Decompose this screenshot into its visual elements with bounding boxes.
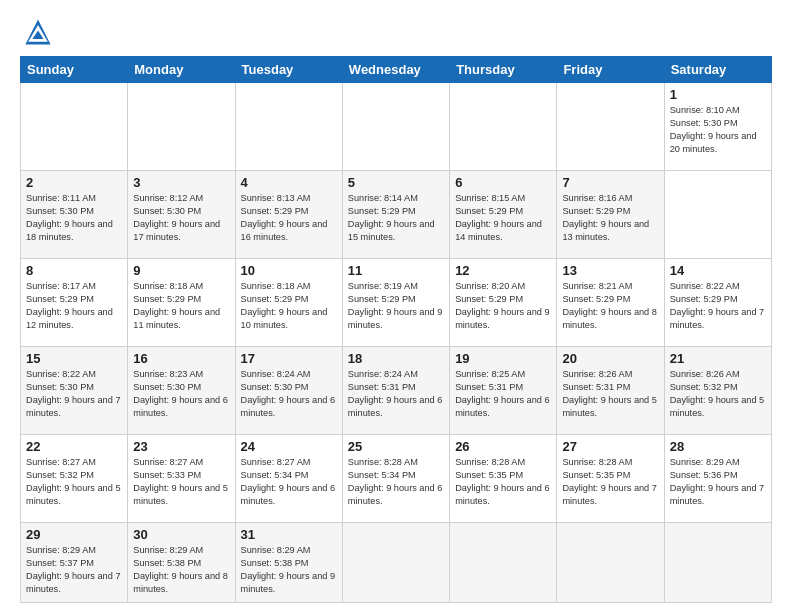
- day-info: Sunrise: 8:16 AMSunset: 5:29 PMDaylight:…: [562, 192, 658, 244]
- calendar-cell: [450, 83, 557, 171]
- calendar-cell: 15Sunrise: 8:22 AMSunset: 5:30 PMDayligh…: [21, 347, 128, 435]
- day-number: 2: [26, 175, 122, 190]
- weekday-header-monday: Monday: [128, 57, 235, 83]
- calendar-table: SundayMondayTuesdayWednesdayThursdayFrid…: [20, 56, 772, 603]
- day-info: Sunrise: 8:29 AMSunset: 5:38 PMDaylight:…: [133, 544, 229, 596]
- day-info: Sunrise: 8:26 AMSunset: 5:32 PMDaylight:…: [670, 368, 766, 420]
- day-number: 14: [670, 263, 766, 278]
- calendar-cell: 31Sunrise: 8:29 AMSunset: 5:38 PMDayligh…: [235, 523, 342, 603]
- day-number: 21: [670, 351, 766, 366]
- calendar-cell: 20Sunrise: 8:26 AMSunset: 5:31 PMDayligh…: [557, 347, 664, 435]
- weekday-header-saturday: Saturday: [664, 57, 771, 83]
- day-info: Sunrise: 8:24 AMSunset: 5:31 PMDaylight:…: [348, 368, 444, 420]
- calendar-cell: [235, 83, 342, 171]
- day-number: 25: [348, 439, 444, 454]
- calendar-week-row: 15Sunrise: 8:22 AMSunset: 5:30 PMDayligh…: [21, 347, 772, 435]
- day-info: Sunrise: 8:27 AMSunset: 5:33 PMDaylight:…: [133, 456, 229, 508]
- calendar-cell: 28Sunrise: 8:29 AMSunset: 5:36 PMDayligh…: [664, 435, 771, 523]
- logo-icon: [24, 18, 52, 46]
- day-number: 16: [133, 351, 229, 366]
- day-number: 30: [133, 527, 229, 542]
- calendar-cell: [342, 83, 449, 171]
- day-number: 19: [455, 351, 551, 366]
- calendar-cell: 19Sunrise: 8:25 AMSunset: 5:31 PMDayligh…: [450, 347, 557, 435]
- day-info: Sunrise: 8:11 AMSunset: 5:30 PMDaylight:…: [26, 192, 122, 244]
- calendar-cell: [557, 523, 664, 603]
- day-info: Sunrise: 8:13 AMSunset: 5:29 PMDaylight:…: [241, 192, 337, 244]
- day-info: Sunrise: 8:25 AMSunset: 5:31 PMDaylight:…: [455, 368, 551, 420]
- calendar-week-row: 2Sunrise: 8:11 AMSunset: 5:30 PMDaylight…: [21, 171, 772, 259]
- calendar-cell: [342, 523, 449, 603]
- calendar-cell: [557, 83, 664, 171]
- calendar-cell: [450, 523, 557, 603]
- day-number: 23: [133, 439, 229, 454]
- calendar-cell: 22Sunrise: 8:27 AMSunset: 5:32 PMDayligh…: [21, 435, 128, 523]
- day-number: 18: [348, 351, 444, 366]
- day-number: 20: [562, 351, 658, 366]
- day-number: 29: [26, 527, 122, 542]
- day-info: Sunrise: 8:27 AMSunset: 5:34 PMDaylight:…: [241, 456, 337, 508]
- calendar-cell: 12Sunrise: 8:20 AMSunset: 5:29 PMDayligh…: [450, 259, 557, 347]
- day-number: 10: [241, 263, 337, 278]
- calendar-week-row: 29Sunrise: 8:29 AMSunset: 5:37 PMDayligh…: [21, 523, 772, 603]
- calendar-cell: 21Sunrise: 8:26 AMSunset: 5:32 PMDayligh…: [664, 347, 771, 435]
- day-info: Sunrise: 8:26 AMSunset: 5:31 PMDaylight:…: [562, 368, 658, 420]
- page: SundayMondayTuesdayWednesdayThursdayFrid…: [0, 0, 792, 612]
- day-number: 8: [26, 263, 122, 278]
- calendar-week-row: 22Sunrise: 8:27 AMSunset: 5:32 PMDayligh…: [21, 435, 772, 523]
- day-number: 7: [562, 175, 658, 190]
- calendar-cell: 4Sunrise: 8:13 AMSunset: 5:29 PMDaylight…: [235, 171, 342, 259]
- day-info: Sunrise: 8:14 AMSunset: 5:29 PMDaylight:…: [348, 192, 444, 244]
- day-number: 5: [348, 175, 444, 190]
- day-number: 9: [133, 263, 229, 278]
- weekday-header-sunday: Sunday: [21, 57, 128, 83]
- day-number: 12: [455, 263, 551, 278]
- calendar-cell: 1Sunrise: 8:10 AMSunset: 5:30 PMDaylight…: [664, 83, 771, 171]
- calendar-cell: 17Sunrise: 8:24 AMSunset: 5:30 PMDayligh…: [235, 347, 342, 435]
- calendar-week-row: 1Sunrise: 8:10 AMSunset: 5:30 PMDaylight…: [21, 83, 772, 171]
- calendar-cell: 5Sunrise: 8:14 AMSunset: 5:29 PMDaylight…: [342, 171, 449, 259]
- calendar-cell: 27Sunrise: 8:28 AMSunset: 5:35 PMDayligh…: [557, 435, 664, 523]
- calendar-cell: 8Sunrise: 8:17 AMSunset: 5:29 PMDaylight…: [21, 259, 128, 347]
- weekday-header-tuesday: Tuesday: [235, 57, 342, 83]
- calendar-cell: 30Sunrise: 8:29 AMSunset: 5:38 PMDayligh…: [128, 523, 235, 603]
- calendar-cell: 9Sunrise: 8:18 AMSunset: 5:29 PMDaylight…: [128, 259, 235, 347]
- day-info: Sunrise: 8:28 AMSunset: 5:35 PMDaylight:…: [455, 456, 551, 508]
- header: [20, 18, 772, 46]
- day-info: Sunrise: 8:28 AMSunset: 5:34 PMDaylight:…: [348, 456, 444, 508]
- day-info: Sunrise: 8:29 AMSunset: 5:38 PMDaylight:…: [241, 544, 337, 596]
- logo-area: [20, 18, 52, 46]
- day-info: Sunrise: 8:18 AMSunset: 5:29 PMDaylight:…: [133, 280, 229, 332]
- calendar-cell: 26Sunrise: 8:28 AMSunset: 5:35 PMDayligh…: [450, 435, 557, 523]
- calendar-cell: 2Sunrise: 8:11 AMSunset: 5:30 PMDaylight…: [21, 171, 128, 259]
- calendar-cell: 14Sunrise: 8:22 AMSunset: 5:29 PMDayligh…: [664, 259, 771, 347]
- calendar-cell: 11Sunrise: 8:19 AMSunset: 5:29 PMDayligh…: [342, 259, 449, 347]
- calendar-cell: 25Sunrise: 8:28 AMSunset: 5:34 PMDayligh…: [342, 435, 449, 523]
- day-number: 13: [562, 263, 658, 278]
- weekday-header-friday: Friday: [557, 57, 664, 83]
- calendar-cell: 29Sunrise: 8:29 AMSunset: 5:37 PMDayligh…: [21, 523, 128, 603]
- day-info: Sunrise: 8:15 AMSunset: 5:29 PMDaylight:…: [455, 192, 551, 244]
- day-info: Sunrise: 8:20 AMSunset: 5:29 PMDaylight:…: [455, 280, 551, 332]
- calendar-cell: 23Sunrise: 8:27 AMSunset: 5:33 PMDayligh…: [128, 435, 235, 523]
- calendar-week-row: 8Sunrise: 8:17 AMSunset: 5:29 PMDaylight…: [21, 259, 772, 347]
- day-number: 28: [670, 439, 766, 454]
- day-number: 17: [241, 351, 337, 366]
- calendar-cell: 18Sunrise: 8:24 AMSunset: 5:31 PMDayligh…: [342, 347, 449, 435]
- day-info: Sunrise: 8:27 AMSunset: 5:32 PMDaylight:…: [26, 456, 122, 508]
- weekday-header-wednesday: Wednesday: [342, 57, 449, 83]
- calendar-cell: [128, 83, 235, 171]
- calendar-cell: 6Sunrise: 8:15 AMSunset: 5:29 PMDaylight…: [450, 171, 557, 259]
- day-number: 24: [241, 439, 337, 454]
- calendar-cell: [21, 83, 128, 171]
- day-info: Sunrise: 8:22 AMSunset: 5:29 PMDaylight:…: [670, 280, 766, 332]
- calendar-cell: 24Sunrise: 8:27 AMSunset: 5:34 PMDayligh…: [235, 435, 342, 523]
- day-info: Sunrise: 8:17 AMSunset: 5:29 PMDaylight:…: [26, 280, 122, 332]
- day-number: 11: [348, 263, 444, 278]
- day-info: Sunrise: 8:23 AMSunset: 5:30 PMDaylight:…: [133, 368, 229, 420]
- calendar-cell: 7Sunrise: 8:16 AMSunset: 5:29 PMDaylight…: [557, 171, 664, 259]
- day-number: 4: [241, 175, 337, 190]
- day-info: Sunrise: 8:29 AMSunset: 5:37 PMDaylight:…: [26, 544, 122, 596]
- day-info: Sunrise: 8:10 AMSunset: 5:30 PMDaylight:…: [670, 104, 766, 156]
- day-number: 15: [26, 351, 122, 366]
